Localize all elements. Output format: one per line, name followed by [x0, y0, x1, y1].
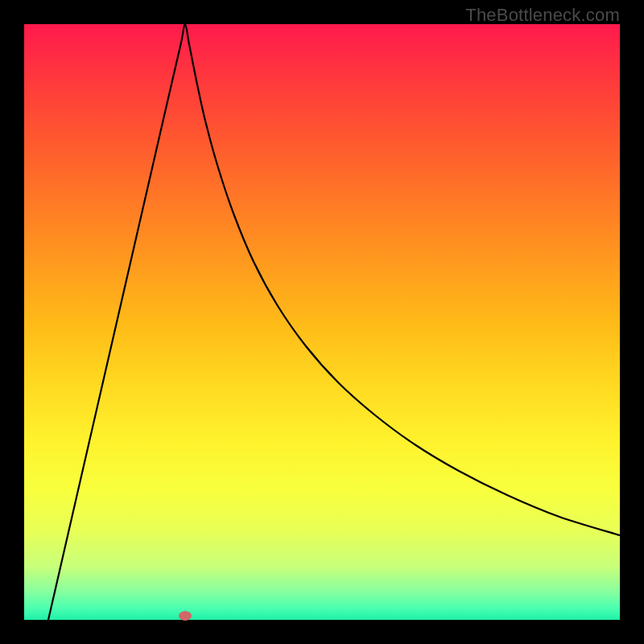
chart-frame: TheBottleneck.com [0, 0, 644, 644]
bottleneck-curve [24, 24, 620, 620]
minimum-marker [179, 611, 192, 621]
plot-area [24, 24, 620, 620]
attribution-text: TheBottleneck.com [465, 5, 620, 26]
